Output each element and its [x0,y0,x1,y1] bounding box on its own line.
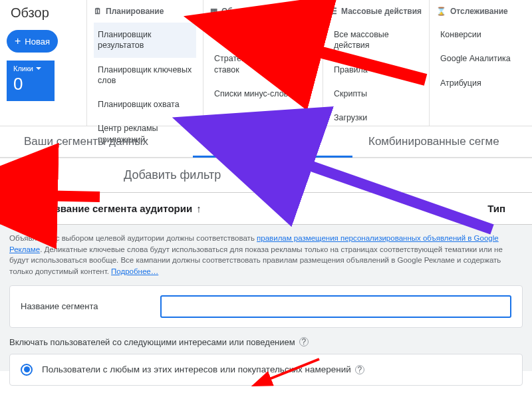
menu-header-bulk-actions: ☰Массовые действия [330,7,422,16]
hourglass-icon: ⌛ [436,7,446,16]
include-users-label: Включать пользователей со следующими инт… [9,337,295,347]
menu-item-negative-keywords[interactable]: Списки минус-слов [210,82,316,106]
menu-item-reach-planner[interactable]: Планировщик охвата [94,92,196,116]
menu-item-bid-strategies[interactable]: Стратегии назначения ставок [210,47,316,82]
menu-header-shared-library: ▦Общая библиотека [210,7,316,16]
menu-item-rules[interactable]: Правила [330,58,422,82]
library-icon: ▦ [210,7,217,16]
plus-icon: + [12,165,22,186]
tab-custom-segments[interactable]: Особые сегменты [193,127,352,158]
segment-name-input[interactable] [160,295,511,318]
sort-asc-icon: ↑ [196,203,201,214]
menu-item-keyword-planner[interactable]: Планировщик ключевых слов [94,58,196,93]
interests-radio-label: Пользователи с любым из этих интересов и… [42,364,351,374]
interests-radio[interactable] [21,364,33,376]
menu-header-planning: 🗓Планирование [94,7,196,16]
column-header-type[interactable]: Тип [487,203,505,214]
learn-more-link[interactable]: Подробнее… [111,267,158,275]
menu-header-measurement: ⌛Отслеживание [436,7,522,16]
tab-your-data-segments[interactable]: Ваши сегменты данных [0,126,193,157]
bulk-icon: ☰ [330,7,337,16]
page-title: Обзор [7,5,86,21]
new-campaign-button[interactable]: + Новая [7,30,58,53]
clicks-value: 0 [13,74,48,94]
select-all-checkbox[interactable] [15,203,27,215]
menu-item-scripts[interactable]: Скрипты [330,82,422,106]
clicks-card[interactable]: Клики 0 [7,61,55,101]
new-button-label: Новая [25,37,50,47]
segment-name-label: Название сегмента [21,301,160,311]
plus-icon: + [15,35,21,47]
menu-item-all-bulk-actions[interactable]: Все массовые действия [330,23,422,58]
policy-text: Объявления с выбором целевой аудитории д… [9,233,523,277]
add-filter-label[interactable]: Добавить фильтр [124,168,221,182]
calendar-icon: 🗓 [94,7,102,16]
menu-item-audience-manager[interactable]: Менеджер аудиторий [210,23,316,47]
clicks-label: Клики [13,65,48,72]
menu-item-google-analytics[interactable]: Google Аналитика [436,47,522,70]
column-header-name[interactable]: Название сегмента аудитории [43,203,192,214]
help-icon[interactable]: ? [299,337,309,346]
menu-item-attribution[interactable]: Атрибуция [436,71,522,95]
menu-item-conversions[interactable]: Конверсии [436,23,522,47]
help-icon[interactable]: ? [355,365,364,374]
tab-combined-segments[interactable]: Комбинированные сегме [352,126,532,157]
menu-item-performance-planner[interactable]: Планировщик результатов [94,23,196,58]
add-button[interactable]: + [4,162,31,189]
